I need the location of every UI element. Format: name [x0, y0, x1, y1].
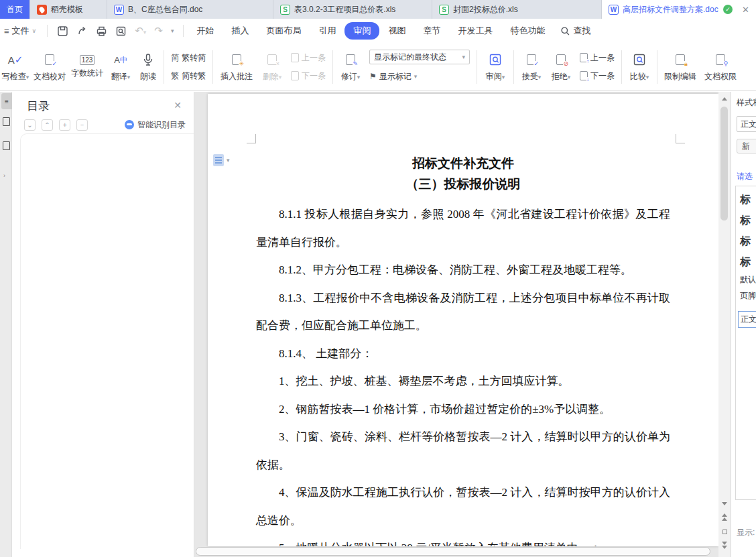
- chevron-down-icon: ∨: [32, 27, 37, 34]
- show-markup-button[interactable]: ⚑ 显示标记▾: [369, 69, 470, 84]
- toc-minus-icon[interactable]: －: [76, 119, 88, 131]
- customize-toolbar-icon[interactable]: ▾: [171, 27, 174, 34]
- menu-section[interactable]: 章节: [414, 22, 449, 40]
- tab-doc-contract-label: B、C座总包合同.doc: [128, 4, 202, 15]
- close-tab-icon[interactable]: ✕: [742, 5, 749, 15]
- scrollbar-thumb[interactable]: [720, 107, 728, 221]
- next-comment-button[interactable]: 下一条: [291, 68, 326, 83]
- restrict-editing-button[interactable]: 🔒︎ 限制编辑: [660, 51, 700, 82]
- trad-to-simp-icon: 简: [171, 52, 179, 64]
- style-item[interactable]: 标: [736, 207, 756, 228]
- horizontal-scrollbar[interactable]: [196, 547, 710, 556]
- export-icon[interactable]: [76, 25, 88, 37]
- prev-comment-button[interactable]: 上一条: [291, 50, 326, 65]
- vertical-scrollbar[interactable]: [718, 92, 731, 557]
- style-item[interactable]: 标: [736, 228, 756, 249]
- style-item[interactable]: 标: [736, 249, 756, 269]
- style-item[interactable]: 标: [736, 186, 756, 207]
- next-change-button[interactable]: ↓ 下一条: [580, 68, 615, 83]
- document-content[interactable]: 招标文件补充文件 （三）投标报价说明 8.1.1 投标人根据自身实力，参照 20…: [256, 153, 670, 546]
- page-icon: [213, 154, 224, 166]
- margin-crop-mark: [247, 134, 256, 143]
- print-icon[interactable]: [96, 25, 107, 37]
- menu-references[interactable]: 引用: [310, 22, 344, 40]
- page-settings-button[interactable]: ▾: [213, 154, 230, 166]
- doc-permission-button[interactable]: ⚲ 文档权限: [700, 51, 741, 82]
- simp-to-trad-button[interactable]: 繁 简转繁: [171, 68, 206, 83]
- divider: [47, 25, 48, 37]
- smart-toc-button[interactable]: 智能识别目录: [125, 119, 186, 131]
- menu-page-layout[interactable]: 页面布局: [257, 22, 310, 40]
- paragraph: 8.1.2、甲方分包工程：电梯设备、消防工程、外窗工程及地暖工程等。: [256, 256, 670, 284]
- find-button[interactable]: 查找: [560, 25, 590, 37]
- writer-doc-icon: W: [114, 5, 124, 15]
- toc-panel: 目录 ✕ ⌄ ⌃ ＋ － 智能识别目录: [12, 92, 194, 557]
- toc-plus-icon[interactable]: ＋: [59, 119, 70, 131]
- style-item-selected[interactable]: 正文: [738, 311, 756, 328]
- tab-doc-contract[interactable]: W B、C座总包合同.doc: [107, 0, 273, 19]
- undo-icon[interactable]: ↶▾: [135, 25, 146, 37]
- style-list[interactable]: 标 标 标 标 默认 页脚 正文: [735, 186, 756, 500]
- toc-empty-list[interactable]: [20, 133, 194, 549]
- toc-strip-button[interactable]: ≡: [1, 93, 12, 109]
- save-icon[interactable]: [57, 25, 68, 37]
- paragraph: 8.1.4、 土建部分：: [256, 340, 670, 368]
- spellcheck-button[interactable]: A✓ 写检查▾: [0, 51, 31, 82]
- menu-insert[interactable]: 插入: [223, 22, 257, 40]
- tab-home[interactable]: 首页: [0, 0, 30, 19]
- menu-review[interactable]: 审阅: [344, 22, 379, 40]
- review-pane-button[interactable]: 审阅▾: [480, 51, 511, 82]
- search-icon: [560, 26, 570, 36]
- style-item[interactable]: 页脚: [736, 286, 756, 302]
- tab-docer[interactable]: 稻壳模板: [30, 0, 107, 19]
- scroll-down-icon[interactable]: [718, 498, 731, 509]
- strip-panel-icon-2[interactable]: [3, 141, 10, 150]
- next-comment-icon: [291, 71, 299, 80]
- translate-button[interactable]: A中 翻译▾: [106, 51, 135, 82]
- trad-to-simp-button[interactable]: 简 繁转简: [171, 50, 206, 65]
- proofread-button[interactable]: ✓ 文档校对: [31, 51, 68, 82]
- toc-expand-icon[interactable]: ⌃: [42, 119, 53, 131]
- read-aloud-button[interactable]: 朗读: [135, 51, 161, 82]
- markup-state-dropdown[interactable]: 显示标记的最终状态 ▾: [369, 50, 470, 64]
- tab-xls-total-price[interactable]: S 表3.0.2-3工程项目总价表.xls: [273, 0, 432, 19]
- prev-change-icon: ↑: [580, 53, 588, 62]
- tab-active-document-label: 高层招标文件调整方案.doc: [623, 4, 718, 15]
- track-changes-button[interactable]: ✎ 修订▾: [336, 51, 365, 82]
- style-item[interactable]: 默认: [736, 269, 756, 286]
- print-preview-icon[interactable]: [115, 25, 127, 37]
- new-style-button[interactable]: 新: [737, 139, 756, 153]
- document-page[interactable]: ▾ 招标文件补充文件 （三）投标报价说明 8.1.1 投标人根据自身实力，参照 …: [208, 94, 718, 546]
- wordcount-button[interactable]: 123 字数统计: [68, 55, 106, 79]
- next-page-icon[interactable]: [718, 540, 731, 550]
- compare-button[interactable]: 比较▾: [625, 51, 654, 82]
- lock-icon: 🔒︎: [676, 54, 685, 65]
- strip-expand-icon[interactable]: ›: [3, 172, 5, 179]
- review-magnifier-icon: [489, 53, 502, 66]
- divider: [183, 25, 184, 37]
- insert-comment-button[interactable]: ✳ 插入批注: [216, 51, 257, 82]
- prev-change-button[interactable]: ↑ 上一条: [580, 50, 615, 65]
- file-menu[interactable]: ≡ 文件 ∨: [0, 25, 43, 37]
- reject-change-button[interactable]: ⊘ 拒绝▾: [546, 51, 576, 82]
- menu-start[interactable]: 开始: [188, 22, 223, 40]
- menu-features[interactable]: 特色功能: [501, 22, 554, 40]
- toc-collapse-icon[interactable]: ⌄: [24, 119, 36, 131]
- scroll-up-icon[interactable]: [718, 93, 731, 104]
- tab-xls-cover-label: 封面2投标总价.xls: [453, 4, 518, 15]
- select-browse-object-icon[interactable]: [718, 526, 731, 537]
- styles-panel-title: 样式和: [737, 97, 756, 109]
- delete-comment-button[interactable]: × 删除▾: [257, 51, 287, 82]
- previous-page-icon[interactable]: [718, 511, 731, 522]
- redo-icon[interactable]: ↷: [154, 25, 163, 37]
- menu-view[interactable]: 视图: [379, 22, 414, 40]
- current-style-box[interactable]: 正文: [737, 116, 756, 132]
- toc-close-icon[interactable]: ✕: [174, 100, 182, 111]
- strip-panel-icon[interactable]: [3, 117, 10, 126]
- paragraph: 5、地暖从分水器以下以 28 元/平米暂放入在其他费用清单中，；: [256, 534, 670, 546]
- tab-xls-cover[interactable]: S 封面2投标总价.xls: [432, 0, 602, 19]
- smart-toc-label: 智能识别目录: [137, 119, 186, 131]
- accept-change-button[interactable]: ✓ 接受▾: [517, 51, 546, 82]
- menu-dev-tools[interactable]: 开发工具: [449, 22, 501, 40]
- tab-active-document[interactable]: W 高层招标文件调整方案.doc ✓ ✕: [602, 0, 756, 19]
